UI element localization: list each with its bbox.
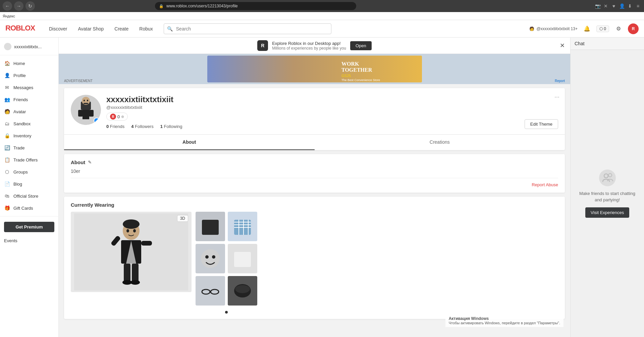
- visit-experiences-button[interactable]: Visit Experiences: [585, 207, 629, 218]
- notif-close-button[interactable]: ✕: [560, 42, 565, 49]
- url-text: www.roblox.com/users/12213043/profile: [166, 4, 238, 8]
- sidebar-item-label: Messages: [13, 85, 33, 90]
- svg-point-18: [126, 229, 129, 232]
- svg-text:GS25: GS25: [341, 74, 351, 78]
- search-input[interactable]: [164, 23, 331, 34]
- list-item[interactable]: [196, 244, 225, 273]
- forward-button[interactable]: →: [14, 1, 23, 11]
- sidebar-item-blog[interactable]: 📄 Blog: [0, 178, 58, 190]
- chat-header: Chat: [571, 38, 644, 50]
- list-item[interactable]: [228, 212, 257, 241]
- download-icon[interactable]: ⬇: [627, 3, 633, 9]
- svg-point-12: [84, 100, 85, 102]
- friends-stat[interactable]: 0 Friends: [106, 124, 124, 129]
- sidebar-item-messages[interactable]: ✉ Messages: [0, 81, 58, 93]
- three-dots-menu[interactable]: ···: [554, 93, 559, 100]
- screenshot-icon[interactable]: 📷: [594, 3, 601, 9]
- tab-about[interactable]: About: [64, 135, 315, 150]
- view-3d-label[interactable]: 3D: [177, 215, 188, 222]
- sandbox-icon: 🗂: [4, 121, 10, 127]
- windows-activation-title: Активация Windows: [449, 316, 560, 321]
- svg-rect-27: [132, 264, 139, 282]
- ad-report[interactable]: Report: [555, 79, 565, 83]
- messages-icon: ✉: [4, 84, 10, 90]
- list-item[interactable]: [196, 212, 225, 241]
- premium-button[interactable]: Get Premium: [4, 222, 54, 232]
- nav-robux[interactable]: Robux: [134, 20, 158, 38]
- robux-badge[interactable]: ⬡ 0: [596, 25, 609, 32]
- sidebar-item-groups[interactable]: ⬡ Groups: [0, 166, 58, 178]
- bookmark-icon[interactable]: ♥: [610, 3, 617, 9]
- items-column: [196, 212, 257, 314]
- sidebar-item-home[interactable]: 🏠 Home: [0, 57, 58, 69]
- profile-tabs: About Creations: [64, 134, 565, 150]
- report-abuse-link[interactable]: Report Abuse: [71, 182, 558, 187]
- robux-icon: ⬡: [599, 26, 603, 31]
- sidebar-user[interactable]: xxxxxixtiitxtx...: [0, 40, 58, 53]
- following-label: Following: [164, 124, 182, 129]
- edit-theme-button[interactable]: Edit Theme: [525, 119, 558, 129]
- friends-label: Friends: [110, 124, 124, 129]
- address-bar[interactable]: 🔒 www.roblox.com/users/12213043/profile: [155, 2, 356, 10]
- notif-text: Explore Roblox in our Desktop app!: [272, 41, 341, 46]
- svg-point-47: [235, 285, 250, 293]
- sidebar-item-gift-cards[interactable]: 🎁 Gift Cards: [0, 202, 58, 214]
- sidebar-item-label: Home: [13, 61, 25, 66]
- roblox-icon-btn[interactable]: R: [628, 23, 639, 34]
- avatar-icon: 🧑: [4, 109, 10, 115]
- sidebar-item-sandbox[interactable]: 🗂 Sandbox: [0, 118, 58, 130]
- sidebar-item-official-store[interactable]: 🛍 Official Store: [0, 190, 58, 202]
- sidebar-item-events[interactable]: Events: [0, 235, 58, 246]
- following-stat[interactable]: 1 Following: [160, 124, 182, 129]
- list-item[interactable]: [196, 276, 225, 306]
- svg-rect-41: [234, 252, 251, 267]
- settings-icon[interactable]: ⚙: [613, 23, 624, 34]
- close-icon[interactable]: ✕: [602, 3, 609, 9]
- yandex-bar: Яндекс: [0, 12, 644, 20]
- sidebar-divider-top: [0, 55, 58, 55]
- profile-stats: 0 Friends 4 Followers 1 Following: [106, 124, 558, 129]
- friends-icon: 👥: [4, 96, 10, 103]
- sidebar-item-label: Friends: [13, 97, 28, 102]
- sidebar-item-inventory[interactable]: 🔒 Inventory: [0, 130, 58, 142]
- store-icon: 🛍: [4, 193, 10, 199]
- svg-text:ROBLOX: ROBLOX: [5, 24, 35, 32]
- profile-icon[interactable]: 👤: [619, 3, 625, 9]
- followers-count: 4: [131, 124, 133, 129]
- profile-handle: @xxxxxixtiitxtxtixiit: [106, 105, 558, 110]
- inventory-icon: 🔒: [4, 133, 10, 139]
- nav-discover[interactable]: Discover: [44, 20, 72, 38]
- tab-creations[interactable]: Creations: [315, 135, 565, 150]
- svg-point-39: [205, 255, 209, 259]
- svg-point-49: [608, 174, 612, 177]
- items-pagination: [196, 311, 257, 314]
- sidebar-item-friends[interactable]: 👥 Friends: [0, 93, 58, 106]
- list-item[interactable]: [228, 244, 257, 273]
- sidebar-item-avatar[interactable]: 🧑 Avatar: [0, 106, 58, 118]
- menu-icon[interactable]: ≡: [635, 3, 641, 9]
- sidebar-item-label: Inventory: [13, 133, 31, 138]
- sidebar-item-trade-offers[interactable]: 📋 Trade Offers: [0, 154, 58, 166]
- refresh-button[interactable]: ↻: [25, 1, 35, 11]
- followers-label: Followers: [135, 124, 154, 129]
- sidebar-item-trade[interactable]: 🔄 Trade: [0, 142, 58, 154]
- followers-stat[interactable]: 4 Followers: [131, 124, 153, 129]
- list-item[interactable]: [228, 276, 257, 306]
- search-bar: 🔍: [164, 23, 331, 34]
- open-app-button[interactable]: Open: [350, 41, 372, 50]
- nav-avatar-shop[interactable]: Avatar Shop: [72, 20, 109, 38]
- profile-avatar: [71, 95, 101, 125]
- trade-offers-icon: 📋: [4, 157, 10, 163]
- svg-point-19: [133, 229, 136, 232]
- about-section: About ✎ 10er Report Abuse: [64, 154, 565, 193]
- windows-activation-subtitle: Чтобы активировать Windows, перейдите в …: [449, 321, 560, 325]
- nav-create[interactable]: Create: [109, 20, 134, 38]
- blog-icon: 📄: [4, 181, 10, 187]
- back-button[interactable]: ←: [3, 1, 12, 11]
- notification-bell[interactable]: 🔔: [582, 23, 592, 34]
- pagination-dot: [225, 311, 228, 314]
- nav-user[interactable]: 🧑 @xxxxxixtiitxtxtixiit 13+: [529, 26, 578, 31]
- sidebar-item-profile[interactable]: 👤 Profile: [0, 69, 58, 81]
- about-edit-icon[interactable]: ✎: [88, 160, 92, 165]
- nav-avatar-icon: 🧑: [529, 26, 534, 31]
